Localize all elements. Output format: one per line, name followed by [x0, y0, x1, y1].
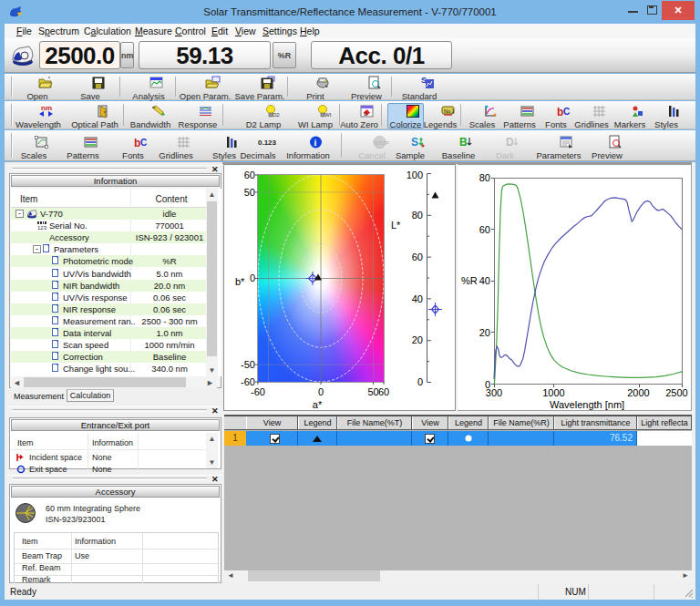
svg-text:WI: WI: [324, 112, 332, 118]
svg-text:i: i: [314, 138, 317, 148]
svg-text:nm: nm: [41, 104, 52, 112]
svg-text:C: C: [563, 107, 570, 117]
svg-text:No.1: No.1: [444, 108, 455, 114]
svg-text:S: S: [411, 136, 418, 149]
svg-text:123: 123: [37, 225, 47, 231]
svg-text:C: C: [140, 138, 147, 148]
svg-text:B: B: [459, 136, 468, 149]
svg-text:0.123: 0.123: [258, 139, 277, 147]
svg-text:D2: D2: [273, 112, 280, 118]
svg-text:D: D: [506, 136, 514, 149]
